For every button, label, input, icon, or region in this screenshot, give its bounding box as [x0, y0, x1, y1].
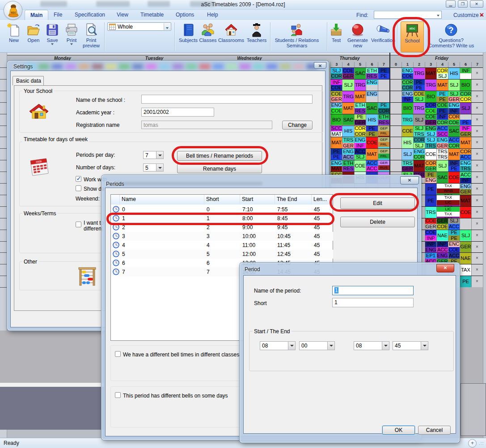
show-day-checkbox[interactable]: [76, 185, 81, 191]
periods-per-day-combo[interactable]: 7: [143, 151, 164, 159]
app-logo-bell-icon[interactable]: asc: [4, 1, 22, 20]
classrooms-button[interactable]: Classrooms: [217, 21, 245, 52]
verification-button[interactable]: Verification: [368, 21, 398, 52]
different-bells-days-checkbox[interactable]: [115, 392, 121, 398]
periods-close-icon[interactable]: ✕: [400, 176, 419, 184]
view-selector-combo[interactable]: Whole: [107, 22, 171, 31]
bell-times-button[interactable]: Bell times / Rename periods: [177, 151, 262, 161]
teachers-button[interactable]: Teachers: [245, 21, 268, 52]
close-button[interactable]: ✕: [470, 0, 483, 8]
lesson-TRG: TRG: [402, 114, 413, 126]
tab-timetable[interactable]: Timetable: [135, 10, 169, 20]
column-header[interactable]: Name: [120, 195, 204, 205]
tab-main[interactable]: Main: [25, 10, 48, 20]
lesson-PE: PE: [437, 108, 448, 113]
lesson-PE: PE: [448, 166, 460, 172]
save-button[interactable]: Save: [43, 21, 61, 52]
school-name-input[interactable]: [141, 95, 313, 104]
new-button[interactable]: New: [5, 21, 23, 52]
period-name-input[interactable]: 1: [332, 286, 414, 295]
lesson-PE: PE: [378, 73, 389, 79]
minimize-button[interactable]: ▁: [446, 0, 456, 8]
number-of-days-combo[interactable]: 5: [143, 163, 164, 172]
period-number: 4: [436, 62, 448, 67]
lesson-ETH: ETH: [355, 103, 366, 108]
timetable-cell: PECOR: [378, 103, 389, 114]
i-want-checkbox[interactable]: [76, 222, 81, 227]
students-icon: [290, 22, 304, 38]
registration-name-input[interactable]: [141, 121, 272, 129]
tab-options[interactable]: Options: [170, 10, 199, 20]
period-row[interactable]: 007:107:5545: [111, 205, 333, 214]
chevron-down-icon: [437, 15, 440, 17]
different-bells-classes-checkbox[interactable]: [115, 351, 121, 357]
glass-smudge: [266, 64, 277, 69]
period-close-icon[interactable]: ✕: [436, 264, 454, 272]
column-header[interactable]: Short: [204, 195, 240, 205]
timetable-cell: COE: [402, 126, 413, 137]
academic-year-input[interactable]: [141, 108, 214, 117]
period-number: 4: [342, 62, 354, 67]
column-header[interactable]: Len...: [312, 195, 333, 205]
print-preview-button[interactable]: Printpreview: [80, 21, 103, 52]
lesson-INF: INF: [460, 68, 471, 73]
period-row[interactable]: 229:009:4545: [111, 223, 333, 232]
grid-row-line: [330, 91, 483, 91]
period-row[interactable]: 118:008:4545: [111, 214, 333, 223]
lesson-PE: PE: [460, 276, 471, 287]
tab-help[interactable]: Help: [202, 10, 224, 20]
lesson-COE: COE: [402, 126, 413, 137]
rename-days-button[interactable]: Rename days: [177, 164, 262, 173]
period-len: 45: [314, 233, 320, 239]
print-button[interactable]: Print: [63, 21, 80, 52]
combo-arrow-button[interactable]: [156, 151, 163, 159]
zoom-icon[interactable]: +: [468, 439, 477, 448]
open-button[interactable]: Open: [25, 21, 42, 52]
end-hour-combo[interactable]: 08: [354, 341, 389, 350]
maximize-button[interactable]: ❐: [458, 0, 468, 8]
column-header[interactable]: The End: [275, 195, 312, 205]
lesson-INF: INF: [448, 160, 460, 166]
tab-file[interactable]: File: [48, 10, 68, 20]
lesson-GER: GER: [331, 96, 342, 102]
questions-button[interactable]: ?Questions?Comments? Write us: [427, 21, 476, 52]
find-input[interactable]: [374, 11, 442, 19]
students-button[interactable]: Students / RelationsSeminars: [269, 21, 325, 52]
period-row[interactable]: 4411:0011:4545: [111, 241, 333, 250]
timetable-cell: ENGINF: [355, 137, 366, 148]
menu-close-icon[interactable]: ✕: [479, 12, 484, 18]
tab-basic-data[interactable]: Basic data: [13, 76, 44, 85]
lesson-GER: GER: [342, 143, 354, 148]
ok-button[interactable]: OK: [382, 426, 415, 435]
lesson-COE: COE: [402, 73, 413, 79]
period-short-input[interactable]: 1: [332, 298, 414, 307]
delete-button[interactable]: Delete: [340, 217, 415, 227]
combo-arrow-button[interactable]: [156, 164, 163, 171]
timetable-cell: CORGER: [425, 160, 436, 172]
cancel-button[interactable]: Cancel: [418, 426, 451, 435]
lesson-MAT: MAT: [448, 149, 460, 160]
period-row[interactable]: 5512:0012:4545: [111, 250, 333, 259]
generate-button[interactable]: Generatenew: [345, 21, 370, 52]
work-with-checkbox[interactable]: [76, 176, 81, 182]
start-hour-combo[interactable]: 08: [260, 341, 296, 350]
test-button[interactable]: Test: [327, 21, 345, 52]
classes-button[interactable]: Classes: [197, 21, 219, 52]
customize-button[interactable]: Customize: [453, 12, 483, 18]
tab-specification[interactable]: Specification: [69, 10, 110, 20]
change-button[interactable]: Change: [282, 121, 313, 130]
edit-button[interactable]: Edit: [340, 197, 415, 209]
school-button[interactable]: abcSchool: [401, 21, 424, 52]
subjects-button[interactable]: Subjects: [176, 21, 200, 52]
column-header[interactable]: Start: [240, 195, 275, 205]
resize-grip[interactable]: .::: [479, 441, 485, 447]
timetable-cell: SLJTRS: [425, 137, 436, 148]
settings-close-icon[interactable]: ✕: [314, 62, 326, 69]
tab-view[interactable]: View: [111, 10, 134, 20]
lesson-ENG: ENG: [414, 149, 425, 154]
start-minute-combo[interactable]: 00: [299, 341, 335, 350]
combo-arrow-button[interactable]: [164, 23, 170, 30]
period-row[interactable]: 3310:0010:4545: [111, 232, 333, 241]
end-minute-combo[interactable]: 45: [393, 341, 428, 350]
grid-row-line: [330, 67, 483, 68]
